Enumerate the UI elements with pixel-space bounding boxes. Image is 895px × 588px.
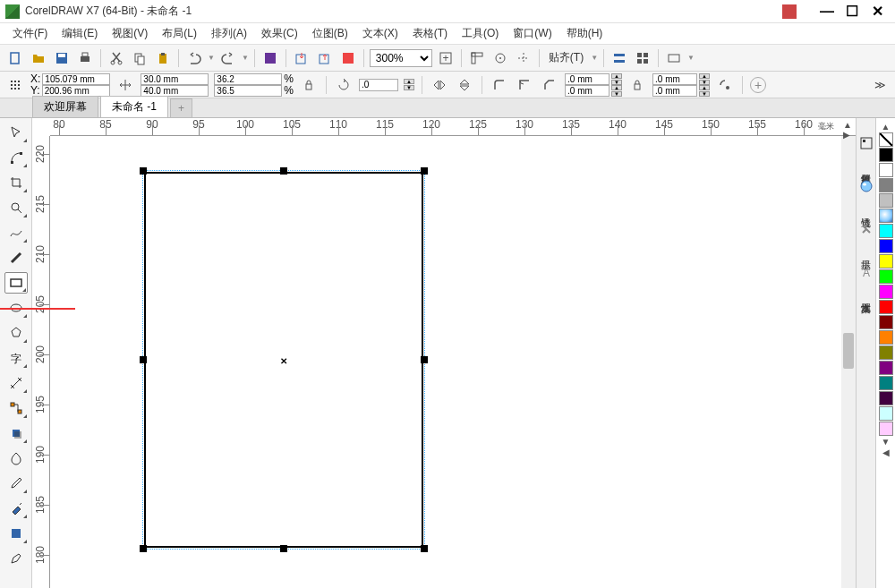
corner-c-input[interactable] [652, 73, 697, 85]
show-grid-button[interactable] [490, 48, 510, 68]
show-guidelines-button[interactable] [514, 48, 533, 68]
zoom-level-select[interactable]: 300% [370, 49, 432, 67]
copy-button[interactable] [130, 48, 149, 68]
menu-arrange[interactable]: 排列(A) [206, 24, 252, 43]
customize-button[interactable] [664, 48, 684, 68]
redo-dropdown-icon[interactable]: ▼ [242, 54, 249, 62]
corner-round-button[interactable] [490, 75, 509, 95]
color-swatch[interactable] [879, 391, 893, 405]
menu-table[interactable]: 表格(T) [407, 24, 453, 43]
drop-shadow-tool[interactable] [4, 422, 28, 444]
rotation-spinner[interactable]: ▲▼ [404, 79, 414, 90]
color-swatch[interactable] [879, 330, 893, 345]
y-position-input[interactable] [42, 85, 110, 97]
freehand-tool[interactable] [4, 222, 28, 243]
customize-dropdown-icon[interactable]: ▼ [687, 54, 695, 62]
menu-help[interactable]: 帮助(H) [561, 24, 609, 43]
lock-ratio-button[interactable] [299, 75, 319, 95]
color-swatch[interactable] [879, 148, 893, 162]
add-property-button[interactable]: + [750, 77, 766, 93]
palette-down-arrow[interactable]: ▼ [879, 437, 893, 447]
mirror-h-button[interactable] [430, 75, 449, 95]
corner-b-input[interactable] [565, 85, 609, 97]
docker-object-properties[interactable]: 对象属性 [857, 161, 874, 172]
zoom-tool[interactable] [4, 197, 28, 218]
relative-corner-button[interactable] [715, 75, 735, 95]
color-swatch[interactable] [879, 224, 893, 238]
polygon-tool[interactable] [4, 322, 28, 344]
redo-button[interactable] [218, 48, 238, 68]
palette-flyout-arrow[interactable]: ◀ [879, 447, 893, 458]
pick-tool[interactable] [4, 122, 28, 143]
cut-button[interactable] [107, 48, 126, 68]
menu-window[interactable]: 窗口(W) [507, 24, 557, 43]
menu-file[interactable]: 文件(F) [7, 24, 53, 43]
tab-add[interactable]: + [170, 98, 192, 117]
corner-a-input[interactable] [565, 73, 609, 85]
menu-bitmaps[interactable]: 位图(B) [307, 24, 354, 43]
color-swatch[interactable] [879, 132, 893, 147]
close-button[interactable]: ✕ [865, 3, 890, 21]
paste-button[interactable] [153, 48, 173, 68]
corner-chamfer-button[interactable] [540, 75, 559, 95]
maximize-button[interactable]: ☐ [840, 3, 865, 21]
parallel-dimension-tool[interactable] [4, 372, 28, 394]
menu-tools[interactable]: 工具(O) [456, 24, 504, 43]
text-tool[interactable]: 字 [4, 347, 28, 369]
undo-button[interactable] [184, 48, 204, 68]
menu-view[interactable]: 视图(V) [107, 24, 153, 43]
scrollbar-thumb[interactable] [843, 333, 854, 369]
palette-up-arrow[interactable]: ▲ [879, 122, 893, 132]
mirror-v-button[interactable] [455, 75, 474, 95]
color-swatch[interactable] [879, 178, 893, 192]
crop-tool[interactable] [4, 172, 28, 193]
width-input[interactable] [141, 73, 209, 85]
new-button[interactable] [5, 48, 25, 68]
minimize-button[interactable]: — [814, 3, 840, 21]
snapto-label[interactable]: 贴齐(T) [545, 50, 587, 65]
docker-text-properties[interactable]: 文本属性 [857, 290, 874, 301]
corner-scallop-button[interactable] [515, 75, 534, 95]
app-launcher-button[interactable] [633, 48, 652, 68]
color-swatch[interactable] [879, 285, 893, 299]
menu-edit[interactable]: 编辑(E) [56, 24, 103, 43]
menu-text[interactable]: 文本(X) [357, 24, 404, 43]
outline-pen-tool[interactable] [4, 548, 28, 569]
tab-document[interactable]: 未命名 -1 [100, 96, 168, 117]
overflow-button[interactable]: ≫ [870, 75, 890, 95]
corner-d-input[interactable] [652, 85, 697, 97]
shape-tool[interactable] [4, 147, 28, 168]
rectangle-tool[interactable] [4, 272, 28, 294]
options-button[interactable] [609, 48, 629, 68]
color-swatch[interactable] [879, 315, 893, 329]
color-swatch[interactable] [879, 361, 893, 375]
user-icon[interactable] [782, 4, 797, 19]
rectangle-object[interactable] [144, 172, 423, 548]
ruler-arrows[interactable]: ▲▶ [843, 120, 852, 140]
tab-welcome[interactable]: 欢迎屏幕 [32, 96, 98, 117]
vertical-scrollbar[interactable] [841, 136, 856, 588]
color-swatch[interactable] [879, 193, 893, 208]
object-origin-icon[interactable] [5, 75, 25, 95]
color-swatch[interactable] [879, 422, 893, 436]
search-content-button[interactable] [260, 48, 280, 68]
open-button[interactable] [29, 48, 48, 68]
import-button[interactable] [292, 48, 311, 68]
color-eyedropper-tool[interactable] [4, 473, 28, 494]
print-button[interactable] [75, 48, 95, 68]
corner-lock-button[interactable] [627, 75, 647, 95]
color-swatch[interactable] [879, 345, 893, 360]
smart-fill-tool[interactable] [4, 523, 28, 544]
snapto-dropdown-icon[interactable]: ▼ [591, 54, 598, 62]
color-swatch[interactable] [879, 376, 893, 390]
rotation-input[interactable] [359, 79, 398, 91]
interactive-fill-tool[interactable] [4, 498, 28, 519]
x-position-input[interactable] [42, 73, 110, 85]
horizontal-ruler[interactable]: 毫米 8085909510010511011512012513013514014… [50, 118, 856, 136]
scale-x-input[interactable] [214, 73, 282, 85]
artistic-media-tool[interactable] [4, 247, 28, 268]
docker-lens[interactable]: 透镜 [857, 204, 874, 215]
show-rulers-button[interactable] [467, 48, 487, 68]
menu-layout[interactable]: 布局(L) [157, 24, 202, 43]
fullscreen-button[interactable]: + [436, 48, 456, 68]
